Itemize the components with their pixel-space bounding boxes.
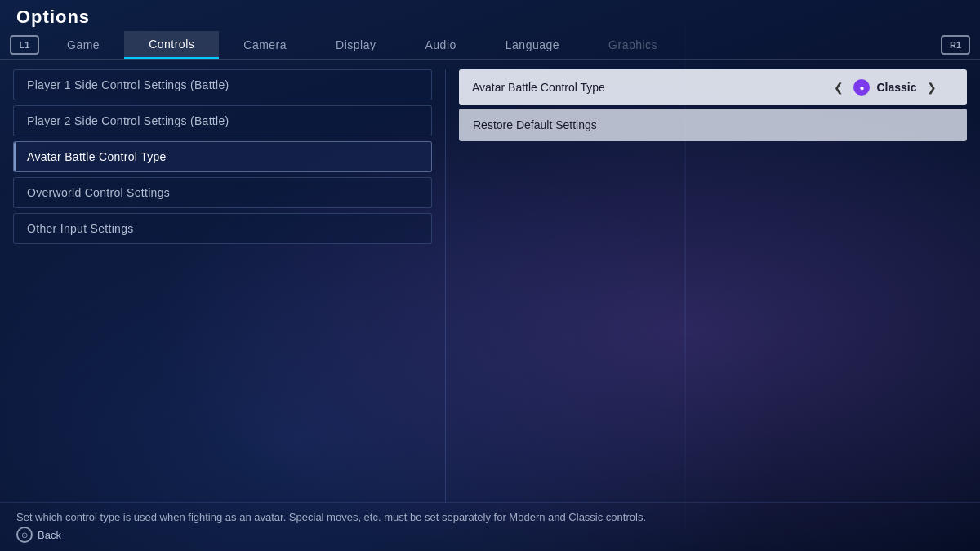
back-label: Back [38, 529, 61, 541]
tab-r1-trigger[interactable]: R1 [941, 35, 970, 55]
back-circle-icon: ⊙ [16, 527, 33, 543]
tab-audio[interactable]: Audio [400, 32, 480, 58]
back-button[interactable]: ⊙ Back [16, 527, 964, 543]
setting-label: Avatar Battle Control Type [459, 81, 804, 94]
setting-value: Classic [876, 81, 916, 94]
right-panel: Avatar Battle Control Type ❮ ● Classic ❯… [446, 69, 980, 502]
restore-defaults-button[interactable]: Restore Default Settings [459, 109, 967, 141]
value-icon: ● [853, 79, 870, 96]
tab-language[interactable]: Language [481, 32, 584, 58]
tab-controls[interactable]: Controls [124, 31, 219, 59]
menu-item-overworld[interactable]: Overworld Control Settings [13, 177, 432, 208]
menu-item-other-input[interactable]: Other Input Settings [13, 213, 432, 244]
tab-bar: L1 Game Controls Camera Display Audio La… [0, 31, 980, 60]
left-panel: Player 1 Side Control Settings (Battle) … [0, 69, 445, 502]
tab-game[interactable]: Game [42, 32, 124, 58]
menu-item-player1[interactable]: Player 1 Side Control Settings (Battle) [13, 69, 432, 100]
tab-graphics[interactable]: Graphics [584, 32, 682, 58]
value-right-arrow[interactable]: ❯ [924, 78, 940, 97]
bottom-bar: Set which control type is used when figh… [0, 502, 980, 551]
main-area: Player 1 Side Control Settings (Battle) … [0, 60, 980, 502]
setting-value-area: ❮ ● Classic ❯ [804, 78, 967, 97]
title-bar: Options [0, 0, 980, 31]
page-title: Options [16, 7, 964, 28]
avatar-battle-setting-row: Avatar Battle Control Type ❮ ● Classic ❯ [459, 69, 967, 105]
tab-l1-trigger[interactable]: L1 [10, 35, 39, 55]
menu-item-avatar-battle[interactable]: Avatar Battle Control Type [13, 141, 432, 172]
value-left-arrow[interactable]: ❮ [831, 78, 847, 97]
hint-text: Set which control type is used when figh… [16, 511, 964, 523]
tab-camera[interactable]: Camera [219, 32, 311, 58]
menu-item-player2[interactable]: Player 2 Side Control Settings (Battle) [13, 105, 432, 136]
tab-display[interactable]: Display [311, 32, 400, 58]
